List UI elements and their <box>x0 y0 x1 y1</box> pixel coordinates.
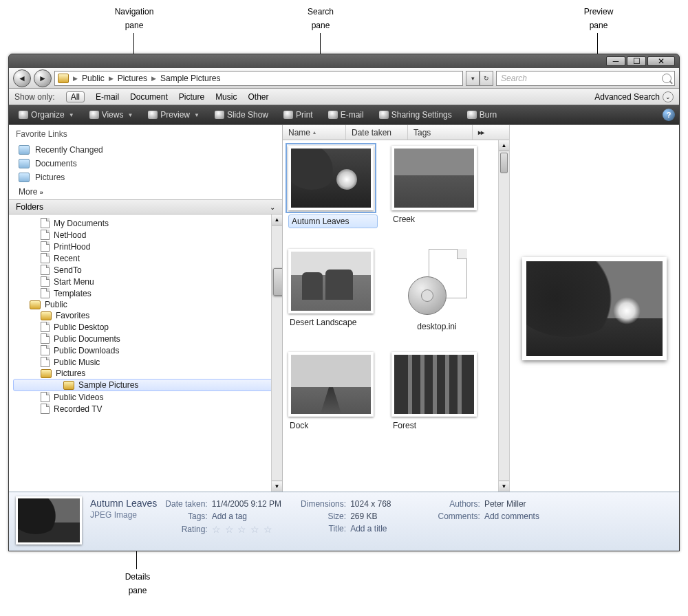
chevron-right-icon: ▶ <box>109 75 114 82</box>
help-button[interactable]: ? <box>663 109 675 121</box>
search-folder-icon <box>19 145 30 155</box>
item-creek[interactable]: Creek <box>391 146 481 228</box>
tree-pictures[interactable]: Pictures <box>9 368 282 379</box>
chevron-down-icon: ⌄ <box>663 91 674 102</box>
tree-startmenu[interactable]: Start Menu <box>9 276 282 287</box>
tree-public-downloads[interactable]: Public Downloads <box>9 344 282 356</box>
search-input[interactable]: Search <box>496 71 675 86</box>
tree-recorded-tv[interactable]: Recorded TV <box>9 403 282 415</box>
val-date: 11/4/2005 9:12 PM <box>212 499 281 509</box>
crumb-public[interactable]: Public <box>82 74 105 83</box>
tree-favorites[interactable]: Favorites <box>9 310 282 321</box>
thumb-forest <box>391 352 477 417</box>
sharing-button[interactable]: Sharing Settings <box>374 107 458 122</box>
rating-stars[interactable]: ☆ ☆ ☆ ☆ ☆ <box>212 524 281 535</box>
back-button[interactable]: ◄ <box>13 69 31 87</box>
organize-button[interactable]: Organize▼ <box>13 107 80 122</box>
item-dock[interactable]: Dock <box>288 352 378 430</box>
tree-recent[interactable]: Recent <box>9 252 282 264</box>
email-icon <box>328 111 338 119</box>
list-scrollbar[interactable]: ▲ ▼ <box>498 140 509 492</box>
favorite-links-header: Favorite Links <box>9 125 282 143</box>
details-pane: Autumn Leaves JPEG Image Date taken:11/4… <box>9 492 679 551</box>
filter-picture[interactable]: Picture <box>179 92 204 102</box>
callout-details: Details pane <box>103 569 172 597</box>
items-area[interactable]: Autumn Leaves Creek Desert Landscape <box>283 140 509 492</box>
documents-icon <box>19 159 30 168</box>
thumb-ini <box>405 249 467 318</box>
burn-button[interactable]: Burn <box>462 107 502 122</box>
tree-public-desktop[interactable]: Public Desktop <box>9 321 282 333</box>
scroll-up-button[interactable]: ▲ <box>272 214 282 226</box>
favlink-recently-changed[interactable]: Recently Changed <box>9 143 282 157</box>
tree-nethood[interactable]: NetHood <box>9 229 282 241</box>
slideshow-button[interactable]: Slide Show <box>209 107 274 122</box>
val-title[interactable]: Add a title <box>350 524 391 534</box>
address-dropdown-button[interactable]: ▾ <box>466 71 480 86</box>
document-icon <box>41 276 50 287</box>
tree-public-music[interactable]: Public Music <box>9 356 282 368</box>
lbl-authors: Authors: <box>438 499 480 509</box>
email-button[interactable]: E-mail <box>323 107 369 122</box>
val-tags[interactable]: Add a tag <box>212 512 281 521</box>
tree-public-videos[interactable]: Public Videos <box>9 391 282 403</box>
breadcrumb-bar[interactable]: ▶ Public ▶ Pictures ▶ Sample Pictures <box>54 71 463 86</box>
forward-arrow-icon: ► <box>39 74 47 83</box>
item-desert[interactable]: Desert Landscape <box>288 249 378 331</box>
command-bar: Organize▼ Views▼ Preview▼ Slide Show Pri… <box>9 105 679 124</box>
callout-preview: Preview pane <box>564 4 633 32</box>
content-area: Name▴ Date taken Tags ▸▸ Autumn Leaves C… <box>283 125 679 492</box>
favlink-more[interactable]: More » <box>9 184 282 199</box>
tree-sendto[interactable]: SendTo <box>9 264 282 276</box>
tree-printhood[interactable]: PrintHood <box>9 241 282 252</box>
favlink-pictures[interactable]: Pictures <box>9 170 282 184</box>
tree-public-documents[interactable]: Public Documents <box>9 333 282 344</box>
tree-mydocs[interactable]: My Documents <box>9 217 282 229</box>
print-button[interactable]: Print <box>278 107 319 122</box>
filter-other[interactable]: Other <box>248 92 268 102</box>
advanced-search-button[interactable]: Advanced Search ⌄ <box>594 91 674 102</box>
filter-email[interactable]: E-mail <box>96 92 119 102</box>
preview-button[interactable]: Preview▼ <box>142 107 205 122</box>
tree-sample-pictures[interactable]: Sample Pictures <box>13 379 278 391</box>
preview-image <box>522 257 667 360</box>
filter-all[interactable]: All <box>66 91 85 102</box>
favlink-documents[interactable]: Documents <box>9 157 282 170</box>
lbl-tags: Tags: <box>165 512 207 521</box>
scroll-down-button[interactable]: ▼ <box>272 481 282 492</box>
item-desktop-ini[interactable]: desktop.ini <box>391 249 481 331</box>
scroll-thumb[interactable] <box>500 153 508 173</box>
item-autumn-leaves[interactable]: Autumn Leaves <box>288 146 378 228</box>
tree-templates[interactable]: Templates <box>9 287 282 299</box>
close-button[interactable]: ✕ <box>647 56 675 66</box>
maximize-icon: ☐ <box>633 56 641 66</box>
callout-search: Search pane <box>286 4 355 32</box>
maximize-button[interactable]: ☐ <box>627 56 646 66</box>
col-tags[interactable]: Tags <box>408 125 473 140</box>
refresh-button[interactable]: ↻ <box>480 71 493 86</box>
filter-music[interactable]: Music <box>215 92 237 102</box>
tree-scrollbar[interactable]: ▲ ▼ <box>271 214 282 492</box>
column-headers: Name▴ Date taken Tags ▸▸ <box>283 125 509 140</box>
crumb-pictures[interactable]: Pictures <box>118 74 147 83</box>
more-columns-button[interactable]: ▸▸ <box>473 129 489 136</box>
sharing-icon <box>379 111 389 119</box>
val-comments[interactable]: Add comments <box>484 512 539 521</box>
crumb-sample[interactable]: Sample Pictures <box>160 74 220 83</box>
folder-icon <box>41 311 52 320</box>
folders-header[interactable]: Folders ⌄ <box>9 199 282 214</box>
col-date[interactable]: Date taken <box>346 125 408 140</box>
navigation-pane: Favorite Links Recently Changed Document… <box>9 125 283 492</box>
item-forest[interactable]: Forest <box>391 352 481 430</box>
body-area: Favorite Links Recently Changed Document… <box>9 124 679 492</box>
col-name[interactable]: Name▴ <box>283 125 346 140</box>
forward-button[interactable]: ► <box>34 69 52 87</box>
minimize-button[interactable]: ─ <box>606 56 625 66</box>
tree-public[interactable]: Public <box>9 299 282 310</box>
filter-document[interactable]: Document <box>130 92 168 102</box>
scroll-down-button[interactable]: ▼ <box>499 481 509 492</box>
document-icon <box>41 357 50 367</box>
scroll-thumb[interactable] <box>273 268 282 296</box>
scroll-up-button[interactable]: ▲ <box>499 140 509 151</box>
views-button[interactable]: Views▼ <box>84 107 139 122</box>
